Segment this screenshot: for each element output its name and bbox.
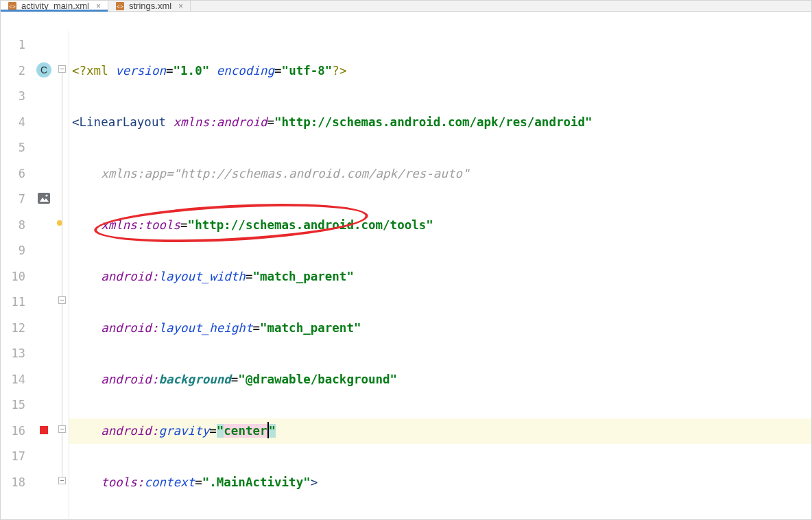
code-editor[interactable]: 1 2 3 4 5 6 7 8 9 10 11 12 13 14 15 16 1… bbox=[1, 12, 811, 520]
editor-window: <> activity_main.xml × <> strings.xml × … bbox=[0, 0, 812, 520]
code-line[interactable]: tools:context=".MainActivity"> bbox=[69, 470, 811, 496]
tab-strings[interactable]: <> strings.xml × bbox=[108, 1, 191, 11]
tab-label: strings.xml bbox=[129, 1, 171, 11]
svg-text:<>: <> bbox=[117, 3, 123, 10]
line-number: 17 bbox=[1, 444, 31, 470]
fold-line bbox=[62, 73, 62, 482]
fold-handle-icon[interactable] bbox=[58, 425, 66, 433]
warning-dot-icon[interactable] bbox=[57, 220, 62, 226]
line-number: 14 bbox=[1, 367, 31, 393]
gutter: 1 2 3 4 5 6 7 8 9 10 11 12 13 14 15 16 1… bbox=[1, 31, 31, 520]
line-number: 3 bbox=[1, 84, 31, 110]
tab-activity-main[interactable]: <> activity_main.xml × bbox=[1, 1, 108, 11]
close-icon[interactable]: × bbox=[96, 1, 101, 11]
close-icon[interactable]: × bbox=[178, 1, 183, 11]
line-number: 15 bbox=[1, 392, 31, 418]
code-line-current[interactable]: android:gravity="center" bbox=[69, 418, 811, 445]
tab-label: activity_main.xml bbox=[21, 1, 89, 11]
line-number: 1 bbox=[1, 32, 31, 58]
line-number: 2 bbox=[1, 58, 31, 84]
svg-rect-4 bbox=[38, 193, 50, 204]
line-number: 8 bbox=[1, 213, 31, 239]
line-number: 4 bbox=[1, 110, 31, 136]
line-number: 7 bbox=[1, 187, 31, 213]
xml-file-icon: <> bbox=[8, 1, 17, 11]
line-number: 13 bbox=[1, 341, 31, 367]
code-area[interactable]: <?xml version="1.0" encoding="utf-8"?> <… bbox=[69, 31, 811, 520]
fold-handle-icon[interactable] bbox=[58, 296, 66, 304]
line-number: 6 bbox=[1, 161, 31, 187]
fold-handle-icon[interactable] bbox=[58, 477, 66, 484]
code-line[interactable]: <LinearLayout xmlns:android="http://sche… bbox=[69, 110, 811, 136]
code-line[interactable]: android:layout_width="match_parent" bbox=[69, 264, 811, 290]
code-line[interactable]: android:layout_height="match_parent" bbox=[69, 316, 811, 342]
code-line[interactable]: xmlns:tools="http://schemas.android.com/… bbox=[69, 213, 811, 239]
gutter-marks: C bbox=[31, 31, 57, 520]
color-swatch-icon[interactable] bbox=[40, 426, 48, 434]
fold-column bbox=[57, 31, 69, 520]
svg-text:<>: <> bbox=[9, 3, 16, 10]
line-number: 12 bbox=[1, 316, 31, 342]
line-number: 11 bbox=[1, 289, 31, 316]
fold-handle-icon[interactable] bbox=[58, 65, 66, 73]
xml-file-icon: <> bbox=[115, 1, 125, 11]
code-line[interactable]: android:background="@drawable/background… bbox=[69, 367, 811, 393]
line-number: 9 bbox=[1, 238, 31, 264]
tab-bar: <> activity_main.xml × <> strings.xml × bbox=[1, 1, 811, 12]
image-preview-icon[interactable] bbox=[36, 191, 51, 206]
line-number: 18 bbox=[1, 470, 31, 496]
line-number: 16 bbox=[1, 418, 31, 445]
code-line[interactable]: xmlns:app="http://schemas.android.com/ap… bbox=[69, 161, 811, 187]
svg-point-6 bbox=[45, 194, 47, 196]
class-badge-icon[interactable]: C bbox=[36, 62, 51, 78]
line-number: 10 bbox=[1, 264, 31, 290]
code-line[interactable]: <?xml version="1.0" encoding="utf-8"?> bbox=[69, 58, 811, 84]
line-number: 5 bbox=[1, 135, 31, 161]
